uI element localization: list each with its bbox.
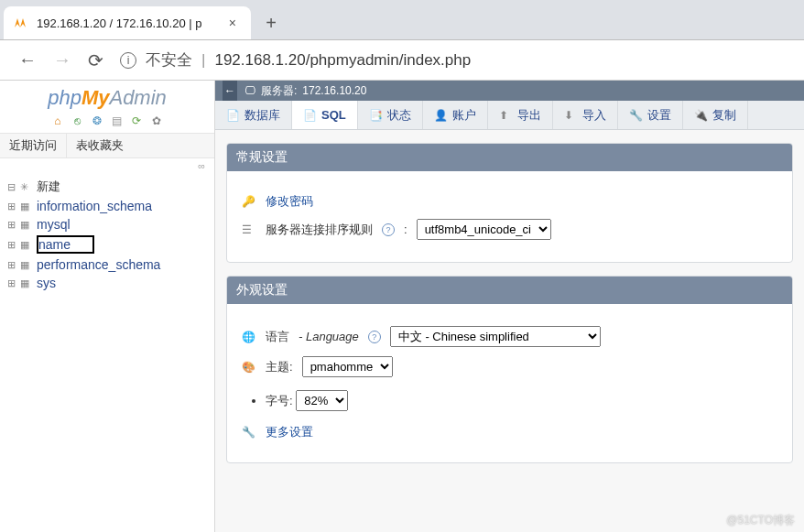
language-label: 语言 <box>266 329 289 345</box>
tab-SQL[interactable]: 📄SQL <box>292 101 358 129</box>
tab-icon: ⬇ <box>564 109 577 122</box>
collation-label: 服务器连接排序规则 <box>266 222 373 238</box>
db-node-information_schema[interactable]: ⊞▦information_schema <box>5 197 212 215</box>
db-icon: ▦ <box>20 277 33 289</box>
expand-icon[interactable]: ⊞ <box>5 259 16 271</box>
change-password-link[interactable]: 修改密码 <box>266 193 313 210</box>
server-icon: 🖵 <box>244 84 255 97</box>
phpmyadmin-logo[interactable]: phpMyAdmin <box>0 81 214 112</box>
collation-icon: ☰ <box>242 223 256 236</box>
server-bar: ← 🖵 服务器: 172.16.10.20 <box>215 81 804 101</box>
db-icon: ▦ <box>20 201 33 212</box>
theme-icon: 🎨 <box>242 361 256 374</box>
new-db-icon: ✳ <box>20 181 33 193</box>
tab-导出[interactable]: ⬆导出 <box>488 101 553 129</box>
database-tree: ⊟ ✳ 新建 ⊞▦information_schema⊞▦mysql⊞▦name… <box>0 173 214 296</box>
tree-new[interactable]: ⊟ ✳ 新建 <box>5 177 212 197</box>
url-text: 192.168.1.20/phpmyadmin/index.php <box>214 51 471 70</box>
db-icon: ▦ <box>20 219 33 231</box>
collation-select[interactable]: utf8mb4_unicode_ci <box>417 219 551 240</box>
gear-icon[interactable]: ✿ <box>150 114 163 127</box>
url-field[interactable]: i 不安全 | 192.168.1.20/phpmyadmin/index.ph… <box>120 49 786 71</box>
help-icon[interactable]: ? <box>368 331 381 343</box>
expand-icon[interactable]: ⊞ <box>5 277 16 289</box>
tab-icon: ⬆ <box>499 109 512 122</box>
exit-icon[interactable]: ⎋ <box>71 114 84 127</box>
db-node-mysql[interactable]: ⊞▦mysql <box>5 215 212 233</box>
help-icon[interactable]: ? <box>382 223 395 236</box>
sidebar-tab-favorites[interactable]: 表收藏夹 <box>67 134 133 157</box>
browser-tab-active[interactable]: 192.168.1.20 / 172.16.10.20 | p × <box>4 6 251 39</box>
fontsize-select[interactable]: 82% <box>296 390 348 411</box>
more-settings-link[interactable]: 更多设置 <box>266 424 313 440</box>
theme-label: 主题: <box>266 359 293 375</box>
tab-label: 数据库 <box>244 107 280 124</box>
tab-icon: 📄 <box>303 109 316 122</box>
fontsize-label: 字号: <box>266 394 293 407</box>
db-label: name <box>37 235 94 254</box>
tab-label: 状态 <box>387 107 411 124</box>
reload-button[interactable]: ⟳ <box>88 49 103 71</box>
expand-icon: ⊟ <box>5 181 16 193</box>
wrench-icon: 🔧 <box>242 426 256 439</box>
language-icon: 🌐 <box>242 331 256 343</box>
tab-设置[interactable]: 🔧设置 <box>618 101 683 129</box>
tab-账户[interactable]: 👤账户 <box>423 101 488 129</box>
tab-状态[interactable]: 📑状态 <box>358 101 423 129</box>
main-tabs: 📄数据库📄SQL📑状态👤账户⬆导出⬇导入🔧设置🔌复制 <box>215 101 804 130</box>
back-button[interactable]: ← <box>18 49 37 71</box>
tab-label: 复制 <box>712 107 736 124</box>
language-select[interactable]: 中文 - Chinese simplified <box>390 326 601 347</box>
db-label: sys <box>37 276 56 290</box>
forward-button[interactable]: → <box>53 49 71 71</box>
tab-label: 导入 <box>582 107 606 124</box>
tab-icon: 📑 <box>369 109 382 122</box>
db-icon: ▦ <box>20 239 33 251</box>
insecure-label: 不安全 <box>146 49 192 71</box>
db-node-sys[interactable]: ⊞▦sys <box>5 274 212 292</box>
sidebar: phpMyAdmin ⌂ ⎋ ❂ ▤ ⟳ ✿ 近期访问 表收藏夹 ∞ ⊟ ✳ 新… <box>0 81 215 532</box>
browser-address-bar: ← → ⟳ i 不安全 | 192.168.1.20/phpmyadmin/in… <box>0 40 804 81</box>
browser-tab-bar: 192.168.1.20 / 172.16.10.20 | p × + <box>0 0 804 40</box>
expand-icon[interactable]: ⊞ <box>5 219 16 231</box>
docs-icon[interactable]: ▤ <box>111 114 124 127</box>
db-label: information_schema <box>37 199 152 213</box>
pma-favicon-icon <box>13 15 29 31</box>
server-value: 172.16.10.20 <box>302 84 366 97</box>
tab-label: 设置 <box>647 107 671 124</box>
sidebar-tabs: 近期访问 表收藏夹 <box>0 133 214 158</box>
panel-general-settings: 常规设置 🔑 修改密码 ☰ 服务器连接排序规则 ?: utf8mb4_unico… <box>226 143 793 263</box>
tab-数据库[interactable]: 📄数据库 <box>215 101 292 129</box>
globe-icon[interactable]: ❂ <box>91 114 103 127</box>
db-node-performance_schema[interactable]: ⊞▦performance_schema <box>5 255 212 274</box>
panel-title: 外观设置 <box>227 277 792 304</box>
db-label: mysql <box>37 217 71 232</box>
separator: | <box>201 51 205 70</box>
collapse-sidebar-button[interactable]: ← <box>223 81 237 101</box>
expand-icon[interactable]: ⊞ <box>5 201 16 212</box>
tab-title: 192.168.1.20 / 172.16.10.20 | p <box>37 16 201 30</box>
server-label: 服务器: <box>261 83 297 99</box>
recent-collapse-icon[interactable]: ∞ <box>0 158 214 173</box>
panel-appearance-settings: 外观设置 🌐 语言 - Language ? 中文 - Chinese simp… <box>226 276 793 463</box>
tab-icon: 🔧 <box>629 109 642 122</box>
tab-icon: 👤 <box>434 109 447 122</box>
tab-导入[interactable]: ⬇导入 <box>553 101 618 129</box>
new-tab-button[interactable]: + <box>258 10 284 36</box>
tab-label: SQL <box>321 108 346 122</box>
tab-label: 账户 <box>452 107 476 124</box>
home-icon[interactable]: ⌂ <box>51 114 64 127</box>
panel-title: 常规设置 <box>227 144 792 171</box>
main-panel: ← 🖵 服务器: 172.16.10.20 📄数据库📄SQL📑状态👤账户⬆导出⬇… <box>215 81 804 532</box>
close-tab-icon[interactable]: × <box>229 16 236 30</box>
sidebar-tab-recent[interactable]: 近期访问 <box>0 134 67 157</box>
tab-icon: 📄 <box>226 109 239 122</box>
expand-icon[interactable]: ⊞ <box>5 239 16 251</box>
db-node-name[interactable]: ⊞▦name <box>5 233 212 255</box>
quick-icons: ⌂ ⎋ ❂ ▤ ⟳ ✿ <box>0 112 214 133</box>
tab-复制[interactable]: 🔌复制 <box>683 101 748 129</box>
site-info-icon[interactable]: i <box>120 52 136 69</box>
refresh-icon[interactable]: ⟳ <box>130 114 143 127</box>
theme-select[interactable]: pmahomme <box>302 356 393 377</box>
tab-icon: 🔌 <box>694 109 707 122</box>
